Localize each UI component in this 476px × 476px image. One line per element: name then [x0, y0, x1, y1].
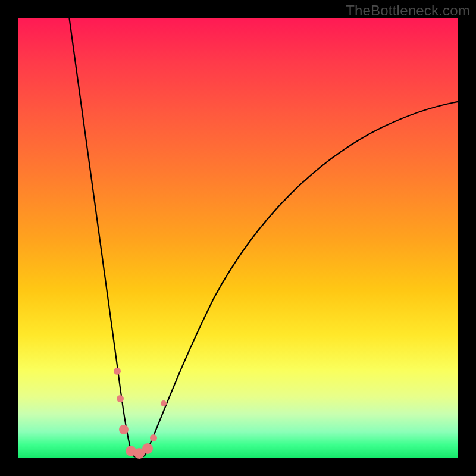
chart-frame: TheBottleneck.com [0, 0, 476, 476]
marker-dot [119, 425, 129, 434]
curve-right-branch [145, 101, 461, 455]
marker-dot [114, 368, 121, 375]
curve-left-branch [68, 12, 132, 455]
marker-dot [117, 395, 124, 402]
marker-dot [150, 434, 157, 441]
curve-markers [114, 368, 167, 459]
plot-area [18, 18, 458, 458]
marker-dot [161, 400, 167, 406]
watermark-text: TheBottleneck.com [346, 2, 470, 19]
marker-dot [142, 443, 153, 454]
bottleneck-curve [18, 18, 458, 458]
